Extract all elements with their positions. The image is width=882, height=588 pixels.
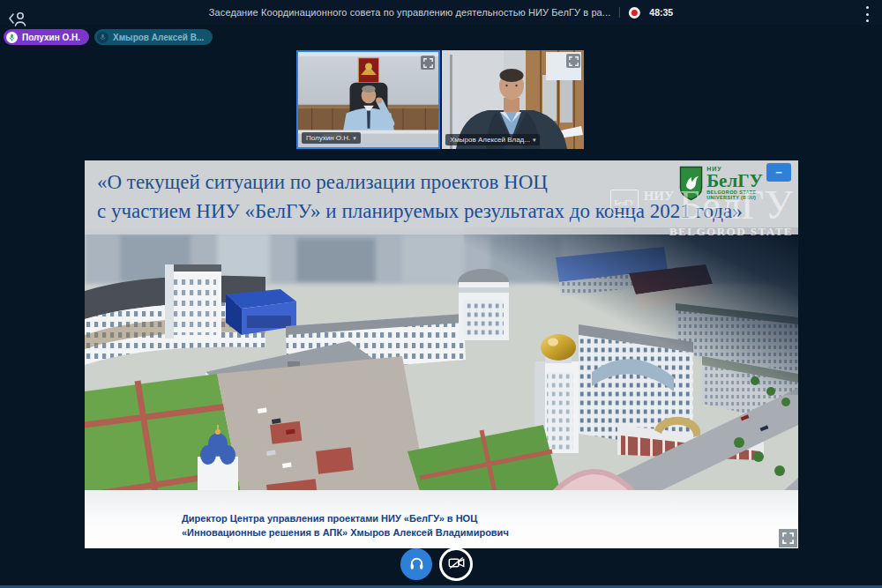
more-options-button[interactable] bbox=[861, 5, 873, 23]
top-bar: Заседание Координационного совета по упр… bbox=[0, 0, 882, 25]
shared-presentation: «О текущей ситуации по реализации проект… bbox=[85, 160, 798, 548]
slide-caption-line1: Директор Центра управления проектами НИУ… bbox=[182, 511, 509, 525]
speaker-badge[interactable]: Хмыров Алексей В... bbox=[94, 29, 213, 45]
logo-subtitle-line2: UNIVERSITY (BSU) bbox=[706, 196, 763, 201]
headphones-icon bbox=[408, 555, 425, 575]
chevron-down-icon: ▾ bbox=[353, 135, 356, 142]
speaker-badge[interactable]: Полухин О.Н. bbox=[4, 29, 89, 45]
recording-time: 48:35 bbox=[649, 7, 673, 18]
camera-toggle-button[interactable] bbox=[439, 547, 473, 581]
slide-caption-band: Директор Центра управления проектами НИУ… bbox=[85, 490, 798, 548]
video-tile-khmyrov[interactable]: Хмыров Алексей Влад... ▾ bbox=[442, 50, 584, 149]
logo-name-label: БелГУ bbox=[706, 172, 763, 190]
university-shield-icon bbox=[679, 166, 703, 205]
video-tile-polukhin[interactable]: Полухин О.Н. ▾ bbox=[296, 50, 440, 149]
slide-title: «О текущей ситуации по реализации проект… bbox=[97, 167, 743, 226]
slide-title-line1: «О текущей ситуации по реализации проект… bbox=[97, 167, 743, 197]
university-logo: НИУ БелГУ BELGOROD STATE UNIVERSITY (BSU… bbox=[679, 166, 763, 205]
slide-title-line2: с участием НИУ «БелГУ» и планируемых рез… bbox=[97, 197, 743, 226]
speaker-badge-name: Хмыров Алексей В... bbox=[113, 33, 204, 42]
microphone-active-icon bbox=[6, 32, 18, 43]
chevron-down-icon: ▾ bbox=[533, 137, 536, 144]
participant-name-label[interactable]: Хмыров Алексей Влад... ▾ bbox=[445, 134, 540, 145]
audio-settings-button[interactable] bbox=[400, 548, 432, 580]
minimize-presentation-button[interactable]: − bbox=[766, 163, 791, 182]
slide-caption: Директор Центра управления проектами НИУ… bbox=[182, 511, 509, 540]
divider bbox=[619, 7, 620, 18]
expand-presentation-button[interactable] bbox=[779, 529, 797, 547]
tile-expand-button[interactable] bbox=[566, 54, 580, 68]
camera-off-icon bbox=[448, 556, 465, 573]
slide-caption-line2: «Инновационные решения в АПК» Хмыров Але… bbox=[182, 525, 509, 540]
meeting-title: Заседание Координационного совета по упр… bbox=[209, 7, 610, 18]
participant-name-label[interactable]: Полухин О.Н. ▾ bbox=[302, 132, 361, 144]
microphone-muted-icon bbox=[97, 32, 108, 43]
speaker-badge-name: Полухин О.Н. bbox=[22, 33, 80, 42]
participants-panel-toggle[interactable] bbox=[7, 9, 30, 28]
active-speaker-badges: Полухин О.Н. Хмыров Алексей В... bbox=[4, 29, 213, 45]
recording-indicator-icon bbox=[629, 7, 640, 19]
call-controls bbox=[0, 547, 882, 582]
tile-expand-button[interactable] bbox=[421, 56, 435, 70]
